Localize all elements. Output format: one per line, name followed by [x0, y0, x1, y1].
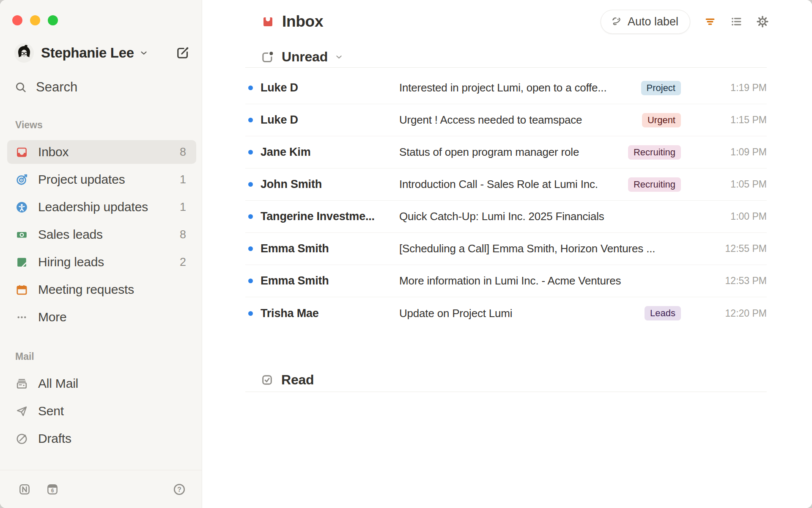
- email-time: 1:00 PM: [712, 211, 767, 222]
- email-tag-badge[interactable]: Project: [641, 81, 681, 95]
- sidebar-item-label: More: [38, 310, 67, 324]
- email-row[interactable]: Luke D Interested in project Lumi, open …: [245, 72, 767, 104]
- sidebar-section-label: Mail: [15, 351, 202, 362]
- sidebar-item-label: All Mail: [38, 376, 78, 391]
- list-view-icon[interactable]: [730, 15, 743, 28]
- sidebar-item-sales-leads[interactable]: Sales leads 8: [7, 223, 196, 246]
- sidebar-footer: 6 ?: [0, 470, 202, 508]
- account-name: Stephanie Lee: [41, 45, 134, 61]
- svg-text:6: 6: [51, 488, 54, 494]
- zoom-window-button[interactable]: [48, 15, 58, 25]
- sidebar-item-label: Project updates: [38, 172, 125, 187]
- search-icon: [14, 81, 27, 94]
- unread-dot-icon: [248, 182, 253, 187]
- auto-label-icon: [611, 16, 622, 28]
- sidebar-item-leadership-updates[interactable]: Leadership updates 1: [7, 195, 196, 219]
- sidebar-item-label: Sales leads: [38, 227, 103, 242]
- sidebar-item-count: 8: [180, 146, 186, 159]
- mail-stack-icon: [15, 377, 28, 390]
- email-row[interactable]: Emma Smith More information in Lumi Inc.…: [245, 265, 767, 297]
- notion-logo-icon: [18, 483, 31, 496]
- settings-gear-icon[interactable]: [756, 15, 769, 28]
- sidebar-item-drafts[interactable]: Drafts: [7, 427, 196, 450]
- email-row[interactable]: Emma Smith [Scheduling a Call] Emma Smit…: [245, 233, 767, 265]
- unread-section-header[interactable]: Unread: [245, 41, 767, 68]
- email-subject: More information in Lumi Inc. - Acme Ven…: [399, 274, 712, 287]
- calendar-icon: [15, 283, 28, 296]
- email-tag-badge[interactable]: Leads: [645, 306, 681, 320]
- main-panel: Inbox Auto label: [202, 0, 812, 508]
- sidebar-item-label: Sent: [38, 404, 64, 418]
- email-row[interactable]: John Smith Introduction Call - Sales Rol…: [245, 168, 767, 201]
- calendar-6-icon[interactable]: 6: [46, 483, 59, 496]
- email-subject: [Scheduling a Call] Emma Smith, Horizon …: [399, 242, 712, 255]
- email-tag-badge[interactable]: Recruiting: [628, 145, 681, 160]
- email-sender: John Smith: [261, 178, 399, 191]
- draft-icon: [15, 432, 28, 445]
- email-row[interactable]: Tangerine Investme... Quick Catch-Up: Lu…: [245, 201, 767, 233]
- accessibility-icon: [15, 201, 28, 214]
- main-header: Inbox Auto label: [202, 0, 812, 41]
- sticky-note-icon: [15, 256, 28, 269]
- svg-text:?: ?: [177, 486, 181, 493]
- unread-dot-icon: [248, 311, 253, 316]
- email-time: 12:53 PM: [712, 275, 767, 287]
- app-window: Stephanie Lee Search Views: [0, 0, 812, 508]
- account-switcher[interactable]: Stephanie Lee: [14, 43, 190, 63]
- sidebar-item-project-updates[interactable]: Project updates 1: [7, 168, 196, 191]
- send-icon: [15, 405, 28, 418]
- sidebar-sections: Views Inbox 8 Project updates 1 Leadersh…: [0, 97, 202, 454]
- help-icon[interactable]: ?: [173, 483, 186, 496]
- email-row[interactable]: Jane Kim Status of open program manager …: [245, 136, 767, 168]
- unread-dot-icon: [248, 246, 253, 251]
- window-controls: [12, 15, 202, 25]
- sidebar-item-all-mail[interactable]: All Mail: [7, 372, 196, 395]
- auto-label-button[interactable]: Auto label: [601, 10, 690, 34]
- search-label: Search: [36, 80, 77, 95]
- inbox-icon: [261, 15, 274, 28]
- email-time: 1:15 PM: [712, 114, 767, 126]
- inbox-icon: [15, 146, 28, 159]
- sidebar-item-inbox[interactable]: Inbox 8: [7, 140, 196, 164]
- compose-button[interactable]: [175, 45, 190, 61]
- sidebar-item-label: Hiring leads: [38, 255, 104, 269]
- ellipsis-icon: [15, 311, 28, 324]
- unread-dot-icon: [248, 214, 253, 219]
- sidebar-item-label: Inbox: [38, 145, 69, 159]
- sidebar-item-more[interactable]: More: [7, 305, 196, 329]
- email-time: 12:55 PM: [712, 243, 767, 254]
- banknote-icon: [15, 228, 28, 241]
- unread-icon: [261, 50, 274, 64]
- email-row[interactable]: Trisha Mae Update on Project Lumi Leads …: [245, 297, 767, 329]
- email-subject: Interested in project Lumi, open to a co…: [399, 81, 641, 94]
- filter-icon[interactable]: [704, 15, 716, 28]
- help-icon: ?: [173, 483, 186, 496]
- sidebar-item-count: 1: [180, 201, 186, 214]
- sidebar-item-label: Leadership updates: [38, 200, 148, 214]
- target-icon: [15, 173, 28, 186]
- read-label: Read: [281, 372, 314, 388]
- avatar: [14, 43, 34, 63]
- email-sender: Emma Smith: [261, 274, 399, 287]
- email-subject: Status of open program manager role: [399, 146, 628, 159]
- email-tag-badge[interactable]: Recruiting: [628, 177, 681, 192]
- notion-logo-icon[interactable]: [18, 483, 31, 496]
- email-sender: Jane Kim: [261, 146, 399, 159]
- email-sender: Trisha Mae: [261, 307, 399, 320]
- sidebar-item-hiring-leads[interactable]: Hiring leads 2: [7, 250, 196, 274]
- unread-dot-icon: [248, 150, 253, 155]
- email-sender: Emma Smith: [261, 242, 399, 255]
- email-sender: Tangerine Investme...: [261, 210, 399, 223]
- email-row[interactable]: Luke D Urgent ! Access needed to teamspa…: [245, 104, 767, 136]
- read-checkbox-icon: [261, 373, 274, 387]
- read-section-header[interactable]: Read: [245, 368, 767, 392]
- email-subject: Update on Project Lumi: [399, 307, 645, 320]
- email-subject: Quick Catch-Up: Lumi Inc. 2025 Financial…: [399, 210, 712, 223]
- close-window-button[interactable]: [12, 15, 22, 25]
- minimize-window-button[interactable]: [30, 15, 40, 25]
- sidebar-item-sent[interactable]: Sent: [7, 399, 196, 423]
- email-tag-badge[interactable]: Urgent: [642, 113, 681, 127]
- chevron-down-icon: [139, 48, 148, 58]
- search-button[interactable]: Search: [14, 78, 202, 97]
- sidebar-item-meeting-requests[interactable]: Meeting requests: [7, 278, 196, 301]
